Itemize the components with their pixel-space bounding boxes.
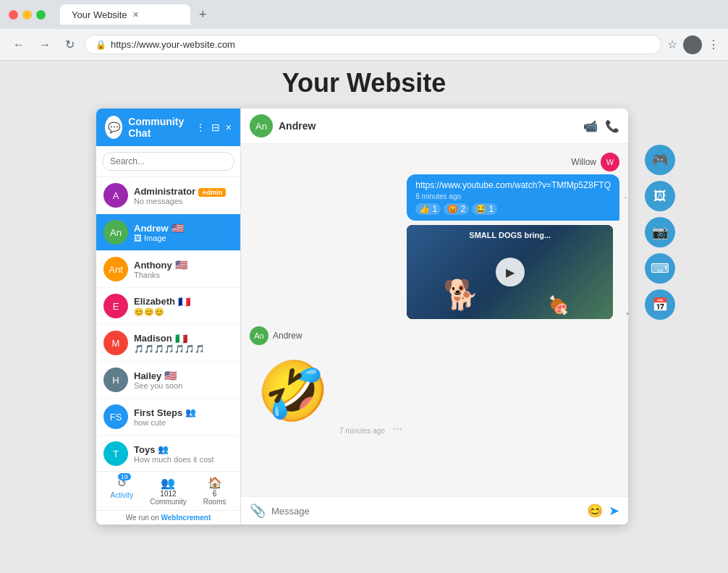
video-call-icon[interactable]: 📹 (583, 119, 598, 133)
chat-header-icons: 📹 📞 (583, 119, 619, 133)
minimize-window-button[interactable] (22, 10, 32, 20)
rooms-tab[interactable]: 🏠 6 Rooms (203, 476, 227, 506)
video-title: SMALL DOGS bring... (407, 231, 613, 239)
message-options-icon[interactable]: ⋯ (624, 192, 628, 203)
video-preview[interactable]: SMALL DOGS bring... ▶ 🐕 🍖 (407, 225, 613, 319)
browser-user-avatar[interactable] (683, 35, 702, 54)
calendar-icon-button[interactable]: 📅 (645, 289, 675, 320)
close-window-button[interactable] (9, 10, 18, 20)
contact-item-andrew[interactable]: An Andrew 🇺🇸 🖼 Image (96, 214, 240, 251)
maximize-window-button[interactable] (36, 10, 46, 20)
chat-header-avatar: An (250, 114, 273, 137)
search-input[interactable] (102, 152, 234, 171)
address-bar[interactable]: 🔒 https://www.your-website.com (85, 35, 661, 54)
chat-messages: Willow W https://www.youtube.com/watch?v… (241, 144, 628, 496)
contact-flag: 🇮🇹 (175, 333, 187, 344)
message-link[interactable]: https://www.youtube.com/watch?v=TMfMp5Z8… (415, 180, 611, 190)
sidebar-menu-icon[interactable]: ⋮ (195, 122, 206, 133)
sidebar-header: 💬 Community Chat ⋮ ⊟ × (96, 109, 240, 146)
forward-button[interactable]: → (35, 35, 55, 54)
contact-preview: 😊😊😊 (134, 307, 233, 317)
keyboard-icon-button[interactable]: ⌨ (645, 253, 675, 284)
community-tab[interactable]: 👥 1012 Community (150, 476, 187, 506)
message-willow: Willow W https://www.youtube.com/watch?v… (250, 153, 619, 319)
contact-info: Elizabeth 🇫🇷 😊😊😊 (134, 296, 233, 317)
contact-info: Hailey 🇺🇸 See you soon (134, 370, 233, 390)
avatar: T (103, 441, 128, 466)
activity-count: 19 (118, 473, 131, 480)
avatar: An (103, 220, 128, 245)
contact-item-anthony[interactable]: Ant Anthony 🇺🇸 Thanks (96, 251, 240, 288)
contact-info: AdministratorAdmin No messages (134, 186, 233, 205)
new-tab-button[interactable]: + (199, 7, 207, 22)
voice-call-icon[interactable]: 📞 (605, 119, 619, 133)
image-icon-button[interactable]: 🖼 (645, 181, 675, 211)
sidebar-logo: 💬 (105, 116, 122, 139)
group-icon: 👥 (158, 444, 169, 454)
contact-item-toys[interactable]: T Toys 👥 How much does it cost (96, 436, 240, 471)
contact-preview: See you soon (134, 381, 233, 390)
message-input[interactable] (271, 506, 581, 517)
contact-name: Hailey (134, 370, 161, 381)
browser-window: Your Website × + ← → ↻ 🔒 https://www.you… (0, 0, 728, 573)
willow-bubble-container: https://www.youtube.com/watch?v=TMfMp5Z8… (407, 174, 619, 319)
contact-info: First Steps 👥 how cute (134, 407, 233, 427)
sticker-message: 🤣 (250, 348, 337, 435)
admin-badge: Admin (198, 188, 226, 197)
contact-name: AdministratorAdmin (134, 186, 233, 197)
play-button[interactable]: ▶ (496, 258, 525, 286)
chat-widget: 💬 Community Chat ⋮ ⊟ × (96, 109, 628, 525)
camera-icon-button[interactable]: 📷 (645, 217, 675, 247)
message-check-icon: ✓ (625, 307, 628, 318)
avatar: E (103, 294, 128, 318)
activity-tab[interactable]: ↺ 19 Activity (111, 476, 134, 506)
page-title: Your Website (282, 68, 446, 98)
contact-preview: 🎵🎵🎵🎵🎵🎵🎵 (134, 344, 233, 354)
window-controls (9, 10, 46, 20)
refresh-button[interactable]: ↻ (61, 35, 79, 54)
community-label: Community (150, 498, 187, 506)
chat-container: 🎮 🖼 📷 ⌨ 📅 💬 Community Chat ⋮ ⊟ × (96, 109, 632, 525)
browser-toolbar: ← → ↻ 🔒 https://www.your-website.com ☆ ⋮ (0, 29, 728, 61)
security-lock-icon: 🔒 (96, 40, 106, 50)
sender-row: An Andrew (250, 326, 302, 345)
contact-preview: 🖼 Image (134, 234, 233, 242)
browser-menu-button[interactable]: ⋮ (708, 38, 719, 51)
sticker-options-icon[interactable]: ⋯ (392, 423, 402, 435)
contact-preview: How much does it cost (134, 455, 233, 464)
avatar: FS (103, 404, 128, 429)
contact-flag: 🇺🇸 (175, 259, 187, 271)
contact-info: Andrew 🇺🇸 🖼 Image (134, 222, 233, 242)
contact-item-elizabeth[interactable]: E Elizabeth 🇫🇷 😊😊😊 (96, 288, 240, 325)
chat-header-name: Andrew (279, 120, 316, 132)
sticker-container: 🤣 7 minutes ago ⋯ (250, 348, 402, 435)
contact-preview: how cute (134, 418, 233, 427)
emoji-button[interactable]: 😊 (587, 503, 603, 519)
sidebar-minimize-icon[interactable]: ⊟ (211, 122, 220, 133)
contact-item-administrator[interactable]: A AdministratorAdmin No messages (96, 177, 240, 214)
bookmark-button[interactable]: ☆ (667, 38, 677, 51)
avatar: M (103, 331, 128, 355)
sidebar-close-icon[interactable]: × (226, 122, 232, 133)
chat-sidebar: 💬 Community Chat ⋮ ⊟ × (96, 109, 241, 525)
sender-avatar: An (250, 326, 268, 345)
contact-info: Toys 👥 How much does it cost (134, 444, 233, 464)
contact-name: First Steps (134, 407, 182, 418)
rooms-count: 6 (213, 490, 217, 498)
back-button[interactable]: ← (9, 35, 29, 54)
sidebar-footer: ↺ 19 Activity 👥 1012 Community 🏠 (96, 471, 240, 510)
contact-item-madison[interactable]: M Madison 🇮🇹 🎵🎵🎵🎵🎵🎵🎵 (96, 325, 240, 362)
reaction-angry: 😡 2 (444, 203, 469, 215)
contact-name: Elizabeth (134, 296, 175, 307)
contact-name: Madison (134, 333, 172, 344)
browser-tab[interactable]: Your Website × (60, 4, 190, 25)
willow-name: Willow (571, 157, 596, 167)
contact-item-hailey[interactable]: H Hailey 🇺🇸 See you soon (96, 362, 240, 399)
send-button[interactable]: ➤ (609, 503, 619, 519)
games-icon-button[interactable]: 🎮 (645, 145, 675, 175)
brand-name: WebIncrement (161, 514, 211, 522)
attach-button[interactable]: 📎 (250, 503, 266, 519)
contact-item-first-steps[interactable]: FS First Steps 👥 how cute (96, 399, 240, 436)
tab-close-button[interactable]: × (133, 9, 139, 20)
food-emoji: 🍖 (548, 295, 570, 315)
